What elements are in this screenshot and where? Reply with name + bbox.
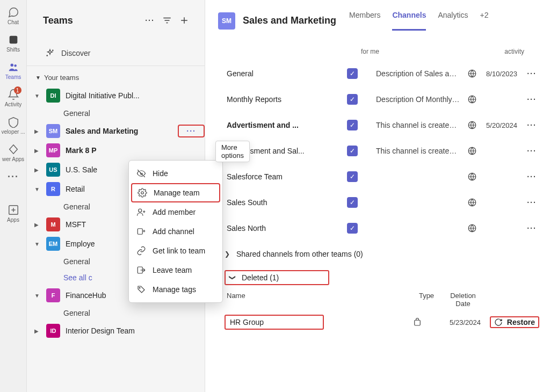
channel-name: Sales North (227, 224, 339, 233)
channel-more-button[interactable]: ··· (526, 69, 537, 78)
activity-icon: 1 (8, 89, 19, 100)
ctx-hide[interactable]: Hide (129, 164, 222, 183)
developer-icon (8, 116, 19, 128)
rail-developer[interactable]: veloper ... (1, 113, 26, 138)
channel-description: Description Of Monthly R... (365, 95, 460, 104)
show-for-me-toggle[interactable]: ✓ (347, 171, 358, 182)
channel-more-button[interactable]: ··· (526, 198, 537, 207)
deleted-date: 5/23/2024 (445, 318, 486, 326)
rail-apps[interactable]: Apps (1, 201, 26, 226)
link-icon (136, 246, 146, 256)
channel-description: This channel is created fo... (365, 121, 460, 129)
svg-point-2 (14, 64, 16, 67)
deleted-row: HR Group 5/23/2024 Restore (205, 311, 550, 333)
ctx-manage-team[interactable]: Manage team (131, 183, 220, 202)
chevron-down-icon: ❯ (229, 275, 236, 280)
gear-icon (138, 188, 147, 198)
team-avatar: ID (46, 324, 60, 338)
show-for-me-toggle[interactable]: ✓ (347, 94, 358, 105)
team-avatar: SM (218, 12, 235, 30)
channel-description: Description of Sales and ... (365, 69, 460, 78)
ctx-manage-tags[interactable]: Manage tags (129, 280, 222, 299)
svg-point-5 (47, 55, 48, 56)
show-for-me-toggle[interactable]: ✓ (347, 120, 358, 130)
channel-list-row[interactable]: Monthly Reports✓Description Of Monthly R… (205, 86, 550, 112)
channel-list-row[interactable]: Salesforce Team✓··· (205, 164, 550, 190)
team-avatar: EM (46, 237, 60, 251)
globe-icon (467, 95, 477, 104)
rail-activity[interactable]: 1 Activity (1, 85, 26, 111)
team-row[interactable]: ▶MPMark 8 P (27, 141, 205, 160)
channel-more-button[interactable]: ··· (526, 95, 537, 104)
last-activity: 5/20/2024 (484, 121, 519, 129)
tab-members[interactable]: Members (349, 11, 380, 31)
deleted-type-icon (412, 317, 445, 327)
channel-list-row[interactable]: General✓Description of Sales and ...8/10… (205, 61, 550, 86)
svg-point-6 (141, 192, 144, 194)
restore-button[interactable]: Restore (490, 316, 539, 328)
channel-more-button[interactable]: ··· (526, 224, 537, 233)
deleted-channels-group[interactable]: ❯ Deleted (1) (205, 267, 550, 288)
discover-row[interactable]: Discover (27, 41, 205, 66)
show-for-me-toggle[interactable]: ✓ (347, 146, 358, 156)
ctx-leave-team[interactable]: Leave team (129, 260, 222, 280)
team-row[interactable]: ▼DIDigital Initiative Publ... (27, 86, 205, 105)
channel-name: Advertisment and ... (227, 121, 339, 129)
tab-channels[interactable]: Channels (392, 11, 426, 31)
team-avatar: US (46, 163, 60, 177)
show-for-me-toggle[interactable]: ✓ (347, 68, 358, 79)
team-row[interactable]: ▶SMSales and Marketing··· (27, 121, 205, 141)
rail-teams[interactable]: Teams (1, 58, 26, 83)
new-team-button[interactable] (176, 12, 193, 29)
channel-more-button[interactable]: ··· (526, 147, 537, 155)
globe-icon (467, 223, 477, 233)
rail-powerapps[interactable]: wer Apps (1, 140, 26, 165)
svg-rect-8 (138, 229, 142, 235)
ctx-add-channel[interactable]: Add channel (129, 222, 222, 241)
caret-icon: ▶ (34, 167, 41, 173)
show-for-me-toggle[interactable]: ✓ (347, 197, 358, 208)
caret-icon: ▼ (34, 186, 41, 192)
team-avatar: M (46, 217, 60, 231)
caret-icon: ▶ (34, 128, 41, 134)
team-avatar: SM (46, 124, 60, 138)
channel-list-row[interactable]: Advertisment and ...✓This channel is cre… (205, 112, 550, 138)
show-for-me-toggle[interactable]: ✓ (347, 223, 358, 234)
globe-icon (467, 172, 477, 182)
channel-more-button[interactable]: ··· (526, 121, 537, 129)
teams-sidebar: Teams ··· Discover ▼ Your teams ▼DIDigit… (27, 0, 205, 392)
channel-column-headers: for me activity (205, 48, 550, 61)
svg-point-7 (139, 209, 142, 212)
channel-name: General (227, 69, 339, 78)
svg-point-10 (139, 287, 140, 288)
channel-row[interactable]: General (27, 105, 205, 121)
team-avatar: DI (46, 89, 60, 103)
rail-chat[interactable]: Chat (1, 3, 26, 28)
shifts-icon (8, 34, 19, 46)
caret-icon: ▼ (34, 293, 41, 299)
channel-name: Salesforce Team (227, 172, 339, 181)
channel-list-row[interactable]: Sales North✓··· (205, 215, 550, 241)
svg-point-4 (53, 50, 54, 51)
globe-icon (467, 198, 477, 207)
tab-overflow[interactable]: +2 (480, 11, 488, 31)
channel-more-button[interactable]: ··· (526, 172, 537, 181)
more-icon: ··· (8, 171, 19, 183)
team-more-button[interactable]: ··· (178, 125, 205, 137)
caret-down-icon: ▼ (35, 75, 41, 81)
channel-row[interactable]: General (27, 305, 205, 321)
rail-more[interactable]: ··· (1, 168, 26, 187)
teams-icon (8, 61, 19, 73)
channel-list-row[interactable]: Sales South✓··· (205, 190, 550, 215)
ctx-get-link[interactable]: Get link to team (129, 241, 222, 260)
ctx-add-member[interactable]: Add member (129, 202, 222, 222)
rail-shifts[interactable]: Shifts (1, 31, 26, 56)
your-teams-label[interactable]: ▼ Your teams (27, 66, 205, 86)
tab-analytics[interactable]: Analytics (438, 11, 468, 31)
shared-channels-group[interactable]: ❯ Shared channels from other teams (0) (205, 241, 550, 267)
team-row[interactable]: ▶IDInterior Design Team (27, 321, 205, 340)
team-name: Sales and Marketing (66, 127, 172, 135)
sidebar-more-button[interactable]: ··· (141, 12, 158, 29)
filter-button[interactable] (158, 12, 176, 29)
channel-list-row[interactable]: Advertisment and Sal...✓This channel is … (205, 138, 550, 164)
